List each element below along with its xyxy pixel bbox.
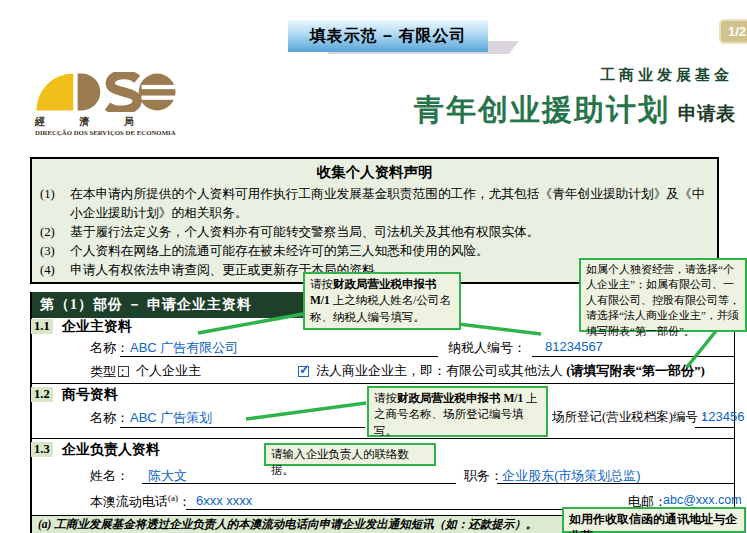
page-number-badge: 1/2	[719, 19, 747, 44]
declaration-item-text: 基于履行法定义务，个人资料亦有可能转交警察当局、司法机关及其他有权限实体。	[70, 223, 709, 242]
mobile-phone-label: 本澳流动电话(a)：	[90, 493, 191, 511]
section-1-header-bar: 第（1）部份 － 申请企业主资料	[30, 292, 330, 318]
logo-chinese-label: 經 濟 局	[35, 115, 195, 129]
sample-header-label: 填表示范 – 有限公司	[310, 26, 467, 47]
owner-type-option-individual: 个人企业主	[118, 362, 201, 380]
section-1-header-label: 第（1）部份 － 申请企业主资料	[40, 296, 252, 314]
individual-owner-label: 个人企业主	[136, 362, 201, 380]
scheme-title: 青年创业援助计划	[414, 90, 670, 131]
mobile-phone-colon: ：	[178, 494, 191, 509]
section-1-3-title: 企业负责人资料	[62, 441, 160, 459]
section-1-2-number: 1.2	[31, 387, 53, 402]
position-underline	[497, 483, 735, 484]
corporate-owner-label: 法人商业企业主，即：有限公司或其他法人 (请填写附表“第一部份”)	[316, 362, 705, 380]
declaration-item-number: (4)	[40, 261, 70, 280]
declaration-item-text: 在本申请内所提供的个人资料可用作执行工商业发展基金职责范围的工作，尤其包括《青年…	[70, 185, 709, 223]
mobile-phone-value[interactable]: 6xxx xxxx	[196, 493, 252, 508]
business-name-label: 名称：	[90, 409, 129, 427]
corporate-owner-bold-note: (请填写附表“第一部份”)	[566, 363, 705, 378]
declaration-item-number: (3)	[40, 242, 70, 261]
dse-logo-graphic	[35, 72, 177, 112]
noteA-text: 请按	[310, 278, 333, 290]
owner-name-value[interactable]: ABC 广告有限公司	[130, 339, 238, 357]
business-name-value[interactable]: ABC 广告策划	[130, 409, 212, 427]
page-number-label: 1/2	[728, 24, 746, 39]
owner-name-underline	[120, 356, 438, 357]
section-1-1-title: 企业主资料	[62, 318, 132, 336]
arrow-noteC-to-business-name	[246, 403, 366, 419]
noteC-text: 请按	[374, 392, 397, 404]
premises-registration-label: 场所登记(营业税档案)编号：	[552, 409, 710, 426]
mobile-phone-underline	[186, 509, 620, 510]
taxpayer-number-value[interactable]: 81234567	[545, 339, 603, 354]
checkbox-individual-owner[interactable]	[118, 366, 129, 377]
declaration-item-number: (1)	[40, 185, 70, 223]
noteC-bold-text: 财政局营业税申报书 M/1	[397, 392, 523, 404]
checkbox-corporate-owner[interactable]: ✓	[298, 366, 309, 377]
footnote-a-text: (a) 工商业发展基金将透过企业负责人的本澳流动电话向申请企业发出通知短讯（如：…	[38, 517, 537, 532]
mobile-phone-footnote-marker: (a)	[168, 493, 178, 503]
owner-type-option-corporate: ✓ 法人商业企业主，即：有限公司或其他法人 (请填写附表“第一部份”)	[298, 362, 705, 380]
section-1-1-number: 1.1	[31, 319, 53, 334]
fund-title: 工商业发展基金	[600, 66, 733, 85]
arrow-noteA-to-taxid	[458, 324, 541, 334]
form-page: 填表示范 – 有限公司 1/2 經 濟 局 DIRECÇÃO DOS SERVI…	[0, 0, 747, 533]
section-1-2-title: 商号资料	[62, 386, 118, 404]
corporate-owner-text: 法人商业企业主，即：有限公司或其他法人	[316, 363, 566, 378]
email-value[interactable]: abc@xxx.com	[663, 493, 742, 507]
owner-name-label: 名称：	[90, 339, 129, 357]
note-business-name-instructions: 请按财政局营业税申报书 M/1 上之商号名称、场所登记编号填写。	[367, 386, 548, 437]
declaration-item: (1) 在本申请内所提供的个人资料可用作执行工商业发展基金职责范围的工作，尤其包…	[40, 185, 709, 223]
declaration-title: 收集个人资料声明	[40, 163, 709, 182]
person-name-underline	[142, 483, 456, 484]
section-1-3-number: 1.3	[31, 442, 53, 457]
business-name-underline	[120, 427, 365, 428]
noteA-text-cont: 上之纳税人姓名/公司名称、纳税人编号填写。	[310, 294, 451, 322]
taxpayer-number-underline	[532, 356, 735, 357]
check-icon: ✓	[299, 362, 310, 377]
note-mailing-address: 如用作收取信函的通讯地址与企业营	[562, 507, 746, 533]
application-form-label: 申请表	[678, 101, 735, 127]
form-title-row: 青年创业援助计划 申请表	[414, 90, 735, 131]
declaration-item: (2) 基于履行法定义务，个人资料亦有可能转交警察当局、司法机关及其他有权限实体…	[40, 223, 709, 242]
dse-logo: 經 濟 局 DIRECÇÃO DOS SERVIÇOS DE ECONOMIA	[35, 72, 195, 136]
taxpayer-number-label: 纳税人编号：	[448, 339, 526, 357]
sample-header-box: 填表示范 – 有限公司	[288, 20, 488, 52]
declaration-item-number: (2)	[40, 223, 70, 242]
logo-portuguese-label: DIRECÇÃO DOS SERVIÇOS DE ECONOMIA	[35, 129, 195, 136]
premises-registration-underline	[695, 427, 735, 428]
row-divider	[30, 383, 735, 384]
premises-registration-value[interactable]: 123456	[701, 409, 744, 424]
note-owner-type-instructions: 如属个人独资经营，请选择“个人企业主”；如属有限公司、一人有限公司、控股有限公司…	[579, 258, 747, 332]
note-contact-instructions: 请输入企业负责人的联络数据。	[264, 443, 436, 466]
note-taxpayer-instructions: 请按财政局营业税申报书 M/1 上之纳税人姓名/公司名称、纳税人编号填写。	[303, 272, 461, 330]
person-name-label: 姓名：	[90, 467, 129, 485]
mobile-phone-text: 本澳流动电话	[90, 494, 168, 509]
